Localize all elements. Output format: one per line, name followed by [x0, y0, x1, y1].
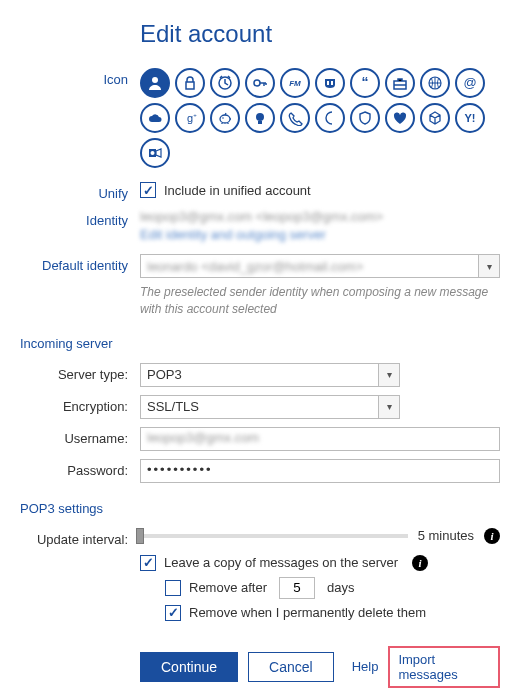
default-identity-label: Default identity — [20, 254, 140, 273]
identity-edit-link[interactable]: Edit identity and outgoing server — [140, 227, 500, 242]
phone-icon[interactable] — [280, 103, 310, 133]
incoming-server-heading: Incoming server — [20, 336, 500, 351]
bulb-icon[interactable] — [245, 103, 275, 133]
cube-icon[interactable] — [420, 103, 450, 133]
piggy-icon[interactable] — [210, 103, 240, 133]
username-input[interactable]: leopop3@gmx.com — [140, 427, 500, 451]
password-input[interactable]: •••••••••• — [140, 459, 500, 483]
g-plus-icon[interactable] — [175, 103, 205, 133]
moon-icon[interactable] — [315, 103, 345, 133]
remove-delete-checkbox[interactable]: ✓ — [165, 605, 181, 621]
server-type-label: Server type: — [20, 363, 140, 382]
continue-button[interactable]: Continue — [140, 652, 238, 682]
mastodon-icon[interactable] — [315, 68, 345, 98]
import-messages-link[interactable]: Import messages — [388, 646, 500, 688]
dropdown-arrow-icon[interactable]: ▾ — [378, 363, 400, 387]
leave-copy-label: Leave a copy of messages on the server — [164, 555, 398, 570]
username-label: Username: — [20, 427, 140, 446]
remove-after-checkbox[interactable]: ✓ — [165, 580, 181, 596]
unify-checkbox[interactable]: ✓ — [140, 182, 156, 198]
remove-after-label-before: Remove after — [189, 580, 267, 595]
remove-after-days-input[interactable] — [279, 577, 315, 599]
encryption-select[interactable]: SSL/TLS ▾ — [140, 395, 400, 419]
encryption-label: Encryption: — [20, 395, 140, 414]
cancel-button[interactable]: Cancel — [248, 652, 334, 682]
info-icon[interactable]: i — [484, 528, 500, 544]
at-icon[interactable] — [455, 68, 485, 98]
heart-icon[interactable] — [385, 103, 415, 133]
default-identity-select[interactable]: leonardo <david_gzor@hotmail.com> ▾ — [140, 254, 500, 278]
server-type-select[interactable]: POP3 ▾ — [140, 363, 400, 387]
update-interval-slider[interactable] — [140, 534, 408, 538]
identity-label: Identity — [20, 209, 140, 228]
quote-icon[interactable] — [350, 68, 380, 98]
cloud-icon[interactable] — [140, 103, 170, 133]
help-link[interactable]: Help — [352, 659, 379, 674]
default-identity-value: leonardo <david_gzor@hotmail.com> — [147, 259, 363, 274]
leave-copy-checkbox[interactable]: ✓ — [140, 555, 156, 571]
globe-icon[interactable] — [420, 68, 450, 98]
key-icon[interactable] — [245, 68, 275, 98]
unify-label: Unify — [20, 182, 140, 201]
encryption-value: SSL/TLS — [140, 395, 400, 419]
dropdown-arrow-icon[interactable]: ▾ — [478, 254, 500, 278]
identity-value: leopop3@gmx.com <leopop3@gmx.com> — [140, 209, 383, 224]
slider-handle[interactable] — [136, 528, 144, 544]
unify-text: Include in unified account — [164, 183, 311, 198]
server-type-value: POP3 — [140, 363, 400, 387]
shield-icon[interactable] — [350, 103, 380, 133]
pop3-settings-heading: POP3 settings — [20, 501, 500, 516]
clock-icon[interactable] — [210, 68, 240, 98]
person-icon[interactable] — [140, 68, 170, 98]
icon-picker — [140, 68, 500, 168]
lock-icon[interactable] — [175, 68, 205, 98]
remove-delete-label: Remove when I permanently delete them — [189, 605, 426, 620]
info-icon[interactable]: i — [412, 555, 428, 571]
dropdown-arrow-icon[interactable]: ▾ — [378, 395, 400, 419]
update-interval-value: 5 minutes — [418, 528, 474, 543]
default-identity-helper: The preselected sender identity when com… — [140, 284, 500, 318]
fm-icon[interactable] — [280, 68, 310, 98]
outlook-icon[interactable] — [140, 138, 170, 168]
password-label: Password: — [20, 459, 140, 478]
icon-label: Icon — [20, 68, 140, 87]
remove-after-label-after: days — [327, 580, 354, 595]
update-interval-label: Update interval: — [20, 528, 140, 547]
briefcase-icon[interactable] — [385, 68, 415, 98]
page-title: Edit account — [140, 20, 500, 48]
yahoo-icon[interactable] — [455, 103, 485, 133]
